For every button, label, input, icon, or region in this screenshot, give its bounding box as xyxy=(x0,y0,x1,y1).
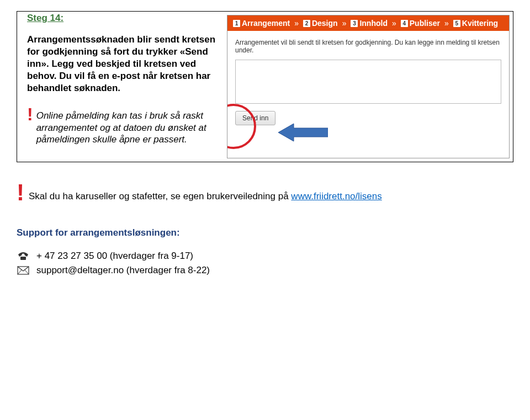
envelope-icon xyxy=(17,266,30,275)
chevron-icon: » xyxy=(444,19,449,28)
exclamation-icon: ! xyxy=(27,108,33,122)
chevron-icon: » xyxy=(392,19,396,28)
step-label: Steg 14: xyxy=(27,13,217,24)
chevron-icon: » xyxy=(294,19,299,28)
embedded-screenshot: 1 Arrangement » 2 Design » 3 Innhold » 4… xyxy=(227,15,510,158)
breadcrumb-step-3[interactable]: 3 Innhold xyxy=(351,19,388,28)
breadcrumb-label: Innhold xyxy=(359,19,388,28)
breadcrumb-label: Arrangement xyxy=(242,19,290,28)
bottom-note: ! Skal du ha karuseller og stafetter, se… xyxy=(17,184,513,202)
phone-text: + 47 23 27 35 00 (hverdager fra 9-17) xyxy=(36,251,193,262)
breadcrumb-num: 4 xyxy=(401,20,408,27)
breadcrumb-step-4[interactable]: 4 Publiser xyxy=(401,19,440,28)
breadcrumb-step-1[interactable]: 1 Arrangement xyxy=(233,19,290,28)
step-body: Arrangementssøknaden blir sendt kretsen … xyxy=(27,34,217,94)
breadcrumb-label: Kvittering xyxy=(462,19,498,28)
breadcrumb-num: 5 xyxy=(453,20,460,27)
breadcrumb-bar: 1 Arrangement » 2 Design » 3 Innhold » 4… xyxy=(227,15,509,31)
step-note: ! Online påmelding kan tas i bruk så ras… xyxy=(27,109,217,145)
support-heading: Support for arrangementsløsningen: xyxy=(17,227,513,238)
step-box: Steg 14: Arrangementssøknaden blir sendt… xyxy=(17,11,513,162)
phone-icon xyxy=(17,251,30,261)
breadcrumb-step-2[interactable]: 2 Design xyxy=(303,19,338,28)
email-row: support@deltager.no (hverdager fra 8-22) xyxy=(17,265,513,276)
breadcrumb-label: Publiser xyxy=(410,19,440,28)
breadcrumb-num: 2 xyxy=(303,20,310,27)
pointer-arrow-icon xyxy=(278,123,328,142)
bottom-note-text: Skal du ha karuseller og stafetter, se e… xyxy=(29,184,382,202)
screenshot-body: Arrangementet vil bli sendt til kretsen … xyxy=(227,31,509,133)
chevron-icon: » xyxy=(342,19,347,28)
guide-link[interactable]: www.friidrett.no/lisens xyxy=(291,191,381,201)
phone-row: + 47 23 27 35 00 (hverdager fra 9-17) xyxy=(17,251,513,262)
screenshot-description: Arrangementet vil bli sendt til kretsen … xyxy=(235,39,501,54)
exclamation-icon: ! xyxy=(17,183,24,202)
breadcrumb-num: 3 xyxy=(351,20,358,27)
breadcrumb-num: 1 xyxy=(233,20,240,27)
step-left-column: Steg 14: Arrangementssøknaden blir sendt… xyxy=(17,12,227,162)
email-text: support@deltager.no (hverdager fra 8-22) xyxy=(36,265,210,276)
bottom-note-prefix: Skal du ha karuseller og stafetter, se e… xyxy=(29,191,291,201)
step-note-text: Online påmelding kan tas i bruk så raskt… xyxy=(36,109,217,145)
step-right-column: 1 Arrangement » 2 Design » 3 Innhold » 4… xyxy=(227,12,513,162)
breadcrumb-label: Design xyxy=(312,19,338,28)
svg-marker-0 xyxy=(278,124,328,141)
breadcrumb-step-5[interactable]: 5 Kvittering xyxy=(453,19,498,28)
svg-rect-1 xyxy=(20,257,26,260)
message-textarea[interactable] xyxy=(235,60,501,104)
